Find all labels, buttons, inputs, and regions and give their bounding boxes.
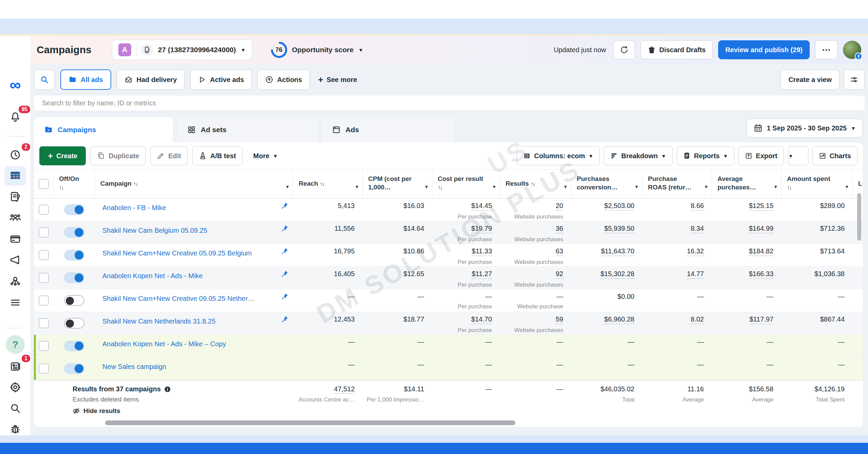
create-button[interactable]: + Create	[39, 146, 86, 165]
header-caret-icon[interactable]: ▼	[704, 183, 708, 191]
hide-results-button[interactable]: Hide results	[73, 407, 293, 415]
header-amount-spent[interactable]: Amount spent↑↓ ▼	[782, 170, 853, 198]
row-checkbox[interactable]	[39, 250, 49, 260]
table-row[interactable]: Anabolen - FB - Mike 5,413 $16.03 $14.45…	[34, 199, 863, 221]
meta-logo-icon[interactable]: ∞	[0, 76, 31, 94]
campaign-toggle[interactable]	[64, 272, 84, 283]
row-checkbox[interactable]	[39, 364, 49, 374]
header-reach[interactable]: Reach ↑↓ ▼	[293, 170, 363, 198]
campaign-toggle[interactable]	[64, 318, 84, 329]
report-bug-button[interactable]	[4, 420, 26, 438]
campaign-name-link[interactable]: Shakil New Cam+New Creative 05.09.25 Bel…	[102, 249, 252, 257]
campaign-toggle[interactable]	[64, 295, 84, 306]
horizontal-scrollbar[interactable]	[105, 420, 515, 425]
account-selector[interactable]: A 27 (1382730996424000) ▼	[112, 40, 252, 60]
edit-button[interactable]: Edit	[150, 146, 188, 165]
header-caret-icon[interactable]: ▼	[492, 183, 496, 191]
search-filter-button[interactable]	[34, 69, 55, 90]
campaign-name-link[interactable]: Shakil New Cam+New Creative 09.05.25 Net…	[102, 295, 255, 303]
campaign-name-link[interactable]: Anabolen - FB - Mike	[102, 204, 166, 212]
date-range-picker[interactable]: 1 Sep 2025 - 30 Sep 2025 ▼	[747, 119, 863, 138]
header-purchase-roas[interactable]: PurchaseROAS (retur… ▼	[643, 170, 712, 198]
export-button[interactable]: Export	[738, 146, 784, 165]
table-row[interactable]: Shakil New Cam Netherlands 31.8.25 12,45…	[34, 312, 863, 335]
opportunity-score[interactable]: 76 Opportunity score ▼	[271, 42, 363, 58]
header-caret-icon[interactable]: ▼	[773, 183, 778, 191]
campaign-name-link[interactable]: Anabolen Kopen Net - Ads - Mike	[102, 272, 203, 280]
search-input[interactable]	[34, 96, 865, 110]
campaign-toggle[interactable]	[64, 340, 84, 351]
review-publish-button[interactable]: Review and publish (29)	[718, 40, 810, 59]
header-average-purchases[interactable]: Averagepurchases… ▼	[712, 170, 782, 198]
sidebar-item-billing[interactable]	[4, 230, 26, 248]
row-checkbox[interactable]	[39, 273, 49, 283]
notifications-button[interactable]: 95	[4, 108, 26, 126]
row-checkbox[interactable]	[39, 318, 49, 328]
header-caret-icon[interactable]: ▼	[424, 183, 429, 191]
campaign-name-link[interactable]: Shakil New Cam Netherlands 31.8.25	[102, 317, 216, 325]
recent-button[interactable]: 2	[4, 146, 26, 164]
sidebar-item-all-tools[interactable]	[4, 293, 26, 312]
campaign-toggle[interactable]	[64, 204, 84, 215]
campaign-name-link[interactable]: Shakil New Cam Belgium 05.09.25	[102, 227, 207, 234]
settings-button[interactable]	[4, 378, 26, 396]
header-caret-icon[interactable]: ▼	[634, 183, 639, 191]
header-caret-icon[interactable]: ▼	[845, 183, 849, 191]
discard-drafts-button[interactable]: Discard Drafts	[640, 40, 713, 59]
campaign-name-link[interactable]: Anabolen Kopen Net - Ads - Mike – Copy	[102, 340, 226, 348]
row-checkbox[interactable]	[39, 227, 49, 238]
columns-button[interactable]: Columns: ecom ▼	[517, 146, 600, 165]
table-row[interactable]: Anabolen Kopen Net - Ads - Mike – Copy —…	[34, 335, 863, 357]
filter-chip-actions[interactable]: Actions	[257, 69, 310, 90]
select-all-checkbox[interactable]	[39, 179, 49, 189]
table-row[interactable]: Anabolen Kopen Net - Ads - Mike 16,405 $…	[34, 267, 863, 289]
row-checkbox[interactable]	[39, 341, 49, 351]
help-button[interactable]: ?	[4, 335, 26, 354]
see-more-button[interactable]: + See more	[318, 75, 357, 85]
info-icon[interactable]	[164, 386, 171, 393]
row-checkbox[interactable]	[39, 205, 49, 215]
user-avatar[interactable]: f	[843, 41, 861, 59]
header-caret-icon[interactable]: ▼	[355, 183, 359, 191]
create-view-button[interactable]: Create a view	[781, 69, 840, 90]
header-results[interactable]: Results ↑↓ ▼	[500, 170, 571, 198]
table-row[interactable]: New Sales campaign — — — — — — — —	[34, 357, 863, 380]
campaign-toggle[interactable]	[64, 363, 84, 374]
table-row[interactable]: Shakil New Cam Belgium 05.09.25 11,556 $…	[34, 221, 863, 244]
header-campaign[interactable]: Campaign ↑↓ ▼	[95, 170, 293, 198]
refresh-button[interactable]	[613, 40, 635, 59]
header-cpm[interactable]: CPM (cost per1,000… ▼	[363, 170, 432, 198]
export-options-button[interactable]: ▼	[788, 146, 808, 165]
view-settings-button[interactable]	[844, 69, 865, 90]
tab-ad-sets[interactable]: Ad sets	[177, 117, 318, 142]
more-button[interactable]: More ▼	[247, 146, 284, 165]
charts-button[interactable]: Charts	[812, 146, 857, 165]
table-row[interactable]: Shakil New Cam+New Creative 05.09.25 Bel…	[34, 244, 863, 267]
filter-chip-active-ads[interactable]: Active ads	[190, 69, 252, 90]
reports-button[interactable]: Reports ▼	[677, 146, 734, 165]
campaign-name-link[interactable]: New Sales campaign	[102, 363, 166, 371]
table-row[interactable]: Shakil New Cam+New Creative 09.05.25 Net…	[34, 289, 863, 312]
header-purchases-conversion[interactable]: Purchasesconversion… ▼	[571, 170, 643, 198]
header-cost-per-result[interactable]: Cost per result↑↓ ▼	[432, 170, 500, 198]
sidebar-item-promotions[interactable]	[4, 251, 26, 269]
duplicate-button[interactable]: Duplicate	[91, 146, 145, 165]
search-sidebar-button[interactable]	[4, 399, 26, 417]
tab-ads[interactable]: Ads	[322, 117, 454, 142]
more-options-button[interactable]: ⋯	[815, 40, 837, 59]
breakdown-button[interactable]: Breakdown ▼	[604, 146, 673, 165]
tab-campaigns[interactable]: Campaigns	[34, 117, 173, 142]
sidebar-item-ads-manager[interactable]	[4, 166, 26, 186]
sidebar-item-audiences[interactable]	[4, 209, 26, 227]
sidebar-item-pages[interactable]	[4, 188, 26, 206]
vertical-scrollbar[interactable]	[857, 193, 861, 241]
header-off-on[interactable]: Off/On↑↓	[54, 170, 95, 198]
header-caret-icon[interactable]: ▼	[563, 183, 568, 191]
ab-test-button[interactable]: A/B test	[192, 146, 242, 165]
filter-chip-had-delivery[interactable]: Had delivery	[117, 69, 185, 90]
campaign-toggle[interactable]	[64, 227, 84, 238]
header-caret-icon[interactable]: ▼	[285, 183, 290, 191]
row-checkbox[interactable]	[39, 295, 49, 306]
sidebar-item-assets[interactable]	[4, 272, 26, 290]
campaign-toggle[interactable]	[64, 250, 84, 261]
